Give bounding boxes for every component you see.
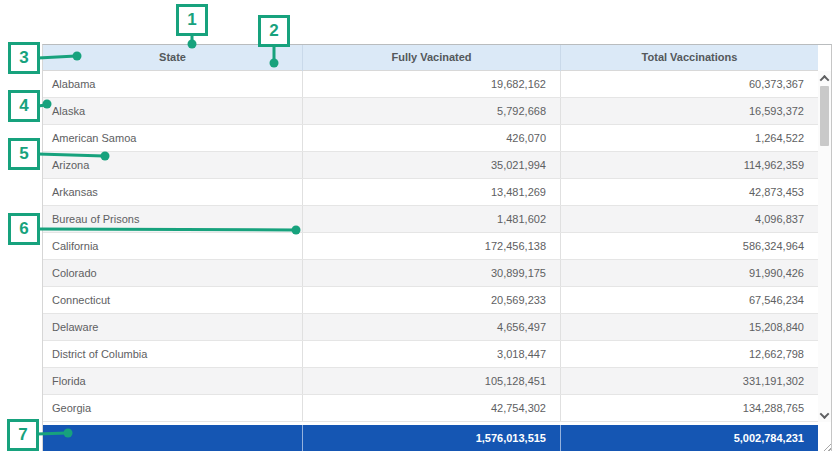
data-table: State Fully Vacinated Total Vaccinations…	[43, 45, 818, 451]
cell-fully-vaccinated: 20,569,233	[303, 287, 561, 313]
cell-fully-vaccinated: 105,128,451	[303, 368, 561, 394]
cell-state: Alaska	[43, 98, 303, 124]
cell-state: Georgia	[43, 395, 303, 421]
table-row[interactable]: Delaware 4,656,497 15,208,840	[43, 314, 818, 341]
annotation-label: 5	[19, 144, 28, 164]
cell-state: Connecticut	[43, 287, 303, 313]
cell-fully-vaccinated: 13,481,269	[303, 179, 561, 205]
table-body: Alabama 19,682,162 60,373,367 Alaska 5,7…	[43, 71, 818, 422]
annotation-label: 6	[19, 219, 28, 239]
column-header-fully-vaccinated[interactable]: Fully Vacinated	[303, 45, 561, 71]
chevron-up-icon	[820, 74, 830, 84]
scroll-up-button[interactable]	[818, 71, 831, 85]
cell-fully-vaccinated: 1,481,602	[303, 206, 561, 232]
cell-fully-vaccinated: 172,456,138	[303, 233, 561, 259]
table-row[interactable]: Bureau of Prisons 1,481,602 4,096,837	[43, 206, 818, 233]
cell-total-vaccinations: 134,288,765	[561, 395, 818, 421]
cell-state: Arizona	[43, 152, 303, 178]
cell-state: California	[43, 233, 303, 259]
totals-cell-total-vaccinations: 5,002,784,231	[561, 425, 818, 451]
table-row[interactable]: District of Columbia 3,018,447 12,662,79…	[43, 341, 818, 368]
cell-total-vaccinations: 1,264,522	[561, 125, 818, 151]
table-row[interactable]: Alaska 5,792,668 16,593,372	[43, 98, 818, 125]
cell-fully-vaccinated: 5,792,668	[303, 98, 561, 124]
cell-fully-vaccinated: 3,018,447	[303, 341, 561, 367]
resize-grip-icon[interactable]	[823, 443, 831, 451]
table-row[interactable]: Connecticut 20,569,233 67,546,234	[43, 287, 818, 314]
chevron-down-icon	[820, 409, 830, 419]
scrollbar-thumb[interactable]	[820, 86, 829, 146]
annotation-label: 7	[18, 425, 27, 445]
cell-fully-vaccinated: 30,899,175	[303, 260, 561, 286]
totals-cell-fully-vaccinated: 1,576,013,515	[303, 425, 561, 451]
table-row[interactable]: California 172,456,138 586,324,964	[43, 233, 818, 260]
table-row[interactable]: American Samoa 426,070 1,264,522	[43, 125, 818, 152]
annotation-marker-2: 2	[258, 15, 290, 47]
table-row[interactable]: Arkansas 13,481,269 42,873,453	[43, 179, 818, 206]
vertical-scrollbar[interactable]	[818, 71, 831, 422]
cell-total-vaccinations: 114,962,359	[561, 152, 818, 178]
table-row[interactable]: Florida 105,128,451 331,191,302	[43, 368, 818, 395]
cell-fully-vaccinated: 19,682,162	[303, 71, 561, 97]
list-table-widget: State Fully Vacinated Total Vaccinations…	[42, 44, 832, 451]
table-row[interactable]: Georgia 42,754,302 134,288,765	[43, 395, 818, 422]
cell-state: Bureau of Prisons	[43, 206, 303, 232]
table-header-row: State Fully Vacinated Total Vaccinations	[43, 45, 818, 71]
annotation-label: 4	[19, 96, 28, 116]
annotation-marker-6: 6	[8, 213, 40, 245]
table-row[interactable]: Colorado 30,899,175 91,990,426	[43, 260, 818, 287]
cell-total-vaccinations: 60,373,367	[561, 71, 818, 97]
annotation-marker-4: 4	[8, 90, 40, 122]
cell-fully-vaccinated: 426,070	[303, 125, 561, 151]
cell-state: Alabama	[43, 71, 303, 97]
totals-row: 1,576,013,515 5,002,784,231	[43, 425, 818, 451]
annotation-label: 1	[187, 10, 196, 30]
cell-total-vaccinations: 42,873,453	[561, 179, 818, 205]
cell-fully-vaccinated: 35,021,994	[303, 152, 561, 178]
table-row[interactable]: Arizona 35,021,994 114,962,359	[43, 152, 818, 179]
annotation-marker-5: 5	[8, 138, 40, 170]
annotation-label: 2	[269, 21, 278, 41]
column-header-total-vaccinations[interactable]: Total Vaccinations	[561, 45, 818, 71]
scroll-down-button[interactable]	[818, 408, 831, 422]
cell-total-vaccinations: 12,662,798	[561, 341, 818, 367]
cell-state: Delaware	[43, 314, 303, 340]
cell-state: Florida	[43, 368, 303, 394]
cell-total-vaccinations: 67,546,234	[561, 287, 818, 313]
cell-total-vaccinations: 331,191,302	[561, 368, 818, 394]
totals-cell-state	[43, 425, 303, 451]
column-header-state[interactable]: State	[43, 45, 303, 71]
cell-total-vaccinations: 15,208,840	[561, 314, 818, 340]
table-row[interactable]: Alabama 19,682,162 60,373,367	[43, 71, 818, 98]
cell-total-vaccinations: 16,593,372	[561, 98, 818, 124]
cell-total-vaccinations: 91,990,426	[561, 260, 818, 286]
cell-total-vaccinations: 4,096,837	[561, 206, 818, 232]
annotation-marker-1: 1	[176, 4, 208, 36]
cell-state: Arkansas	[43, 179, 303, 205]
cell-state: Colorado	[43, 260, 303, 286]
annotation-label: 3	[19, 48, 28, 68]
annotation-marker-7: 7	[7, 419, 39, 451]
cell-total-vaccinations: 586,324,964	[561, 233, 818, 259]
annotation-marker-3: 3	[8, 42, 40, 74]
cell-fully-vaccinated: 4,656,497	[303, 314, 561, 340]
cell-state: District of Columbia	[43, 341, 303, 367]
cell-fully-vaccinated: 42,754,302	[303, 395, 561, 421]
cell-state: American Samoa	[43, 125, 303, 151]
